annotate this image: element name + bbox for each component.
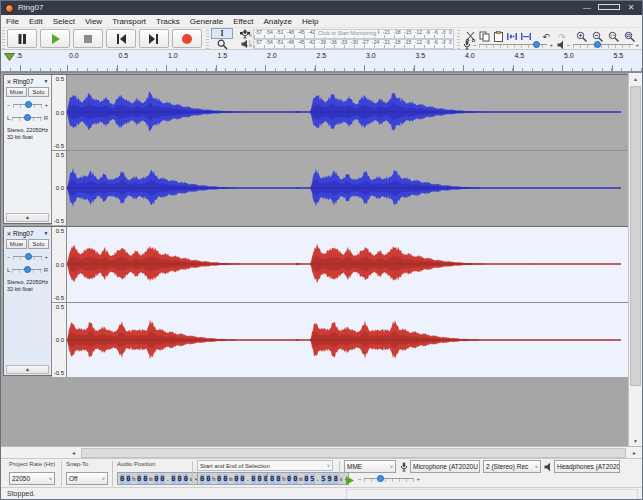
selection-end-field[interactable]: 00h00m05.598s▾ (267, 472, 349, 485)
waveform-display[interactable] (67, 303, 629, 377)
track-2-control-panel[interactable]: ✕ Ring07 ▼ Mute Solo − + L R (4, 227, 52, 375)
vertical-scroll-thumb[interactable] (630, 86, 641, 386)
maximize-button[interactable] (598, 1, 620, 15)
record-volume-thumb[interactable] (533, 41, 540, 48)
chevron-down-icon: ˅ (47, 476, 52, 482)
track-1-control-panel[interactable]: ✕ Ring07 ▼ Mute Solo − + L R (4, 75, 52, 223)
track-menu-arrow-icon[interactable]: ▼ (42, 78, 50, 84)
solo-button[interactable]: Solo (28, 239, 49, 249)
toolbar-grip[interactable] (206, 29, 209, 49)
zoom-tool-button[interactable] (211, 39, 233, 50)
stop-button[interactable] (73, 29, 103, 48)
skip-to-end-button[interactable] (139, 29, 169, 48)
ruler-time-label: 2.0 (267, 52, 277, 59)
track-1-right-channel[interactable]: 0.50.0-0.5 (52, 150, 629, 225)
menu-generate[interactable]: Generate (185, 15, 228, 28)
menu-transport[interactable]: Transport (107, 15, 151, 28)
horizontal-scroll-thumb[interactable] (81, 448, 626, 458)
playback-meter[interactable]: LR -57-54-51-48-45-42-39-36-33-30-27-24-… (241, 39, 454, 49)
pan-thumb[interactable] (24, 114, 31, 121)
pause-button[interactable] (7, 29, 37, 48)
skip-to-start-icon (115, 33, 127, 45)
audio-host-select[interactable]: MME˅ (344, 460, 396, 473)
pan-slider[interactable]: L R (7, 264, 48, 275)
skip-to-start-button[interactable] (106, 29, 136, 48)
gain-slider[interactable]: − + (7, 99, 48, 110)
chevron-down-icon: ˅ (327, 463, 330, 469)
meter-right-label: R (249, 44, 252, 48)
menu-analyze[interactable]: Analyze (258, 15, 296, 28)
menu-view[interactable]: View (80, 15, 107, 28)
track-collapse-button[interactable]: ▴ (6, 365, 49, 374)
menu-edit[interactable]: Edit (24, 15, 48, 28)
toolbar-separator (192, 461, 193, 486)
vertical-ruler[interactable]: 0.50.0-0.5 (52, 227, 67, 302)
play-button[interactable] (40, 29, 70, 48)
playback-device-select[interactable]: Headphones (AT2020U˅ (554, 460, 620, 473)
solo-button[interactable]: Solo (28, 87, 49, 97)
close-button[interactable]: ✕ (620, 1, 642, 15)
pan-thumb[interactable] (24, 266, 31, 273)
timeline-ruler[interactable]: .5 0.00.51.01.52.02.53.03.54.04.55.05.5 (1, 50, 642, 72)
scroll-right-button[interactable]: ▸ (628, 447, 641, 459)
output-device-speaker-icon (544, 462, 552, 472)
play-at-speed-button[interactable] (345, 475, 355, 486)
track-menu-arrow-icon[interactable]: ▼ (42, 230, 50, 236)
track-collapse-button[interactable]: ▴ (6, 213, 49, 222)
scroll-up-button[interactable]: ▲ (629, 73, 642, 85)
project-rate-select[interactable]: 22050˅ (9, 472, 55, 485)
waveform-display[interactable] (67, 151, 629, 225)
monitoring-hint[interactable]: Click to Start Monitoring (316, 30, 378, 37)
selection-mode-select[interactable]: Start and End of Selection˅ (197, 460, 333, 471)
track-close-button[interactable]: ✕ (5, 230, 13, 237)
play-speed-slider[interactable]: − + (358, 474, 420, 483)
recording-meter-scale: -57-54-51-48-45-42-39-36-33-30-27-24-21-… (253, 29, 454, 39)
pinned-playhead-icon[interactable] (4, 53, 15, 61)
audio-position-field[interactable]: 00h00m00.000s▾ (117, 472, 199, 485)
track-2-left-channel[interactable]: 0.50.0-0.5 (52, 227, 629, 302)
track-info: Stereo, 22050Hz32-bit float (7, 127, 48, 140)
track-name[interactable]: Ring07 (13, 78, 42, 85)
snap-to-select[interactable]: Off˅ (66, 472, 108, 485)
scroll-left-button[interactable]: ◂ (67, 447, 80, 459)
vertical-ruler[interactable]: 0.50.0-0.5 (52, 151, 67, 225)
recording-device-select[interactable]: Microphone (AT2020U˅ (410, 460, 480, 473)
track-close-button[interactable]: ✕ (5, 78, 13, 85)
menu-file[interactable]: File (1, 15, 24, 28)
track-1-left-channel[interactable]: 0.50.0-0.5 (52, 75, 629, 150)
waveform-display[interactable] (67, 227, 629, 302)
playback-volume-thumb[interactable] (594, 41, 601, 48)
gain-thumb[interactable] (25, 253, 32, 260)
waveform-display[interactable] (67, 75, 629, 150)
vertical-scrollbar[interactable]: ▲ ▼ (628, 73, 642, 447)
mute-button[interactable]: Mute (6, 87, 27, 97)
track-name[interactable]: Ring07 (13, 230, 42, 237)
recording-meter[interactable]: LR -57-54-51-48-45-42-39-36-33-30-27-24-… (241, 29, 454, 39)
selection-tool-button[interactable]: I (211, 28, 233, 39)
recording-channels-select[interactable]: 2 (Stereo) Rec˅ (483, 460, 541, 473)
menu-tracks[interactable]: Tracks (151, 15, 185, 28)
horizontal-scrollbar[interactable]: ◂ ▸ (1, 446, 642, 459)
vertical-ruler[interactable]: 0.50.0-0.5 (52, 75, 67, 150)
toolbar-grip[interactable] (2, 29, 5, 49)
maximize-icon (598, 4, 620, 10)
play-speed-thumb[interactable] (377, 475, 384, 482)
menu-effect[interactable]: Effect (228, 15, 258, 28)
vertical-ruler[interactable]: 0.50.0-0.5 (52, 303, 67, 377)
pan-slider[interactable]: L R (7, 112, 48, 123)
track-2-right-channel[interactable]: 0.50.0-0.5 (52, 302, 629, 377)
gain-slider[interactable]: − + (7, 251, 48, 262)
minimize-button[interactable]: — (576, 1, 598, 15)
microphone-icon (241, 29, 249, 39)
toolbar-grip[interactable] (457, 29, 460, 49)
gain-thumb[interactable] (25, 101, 32, 108)
menu-help[interactable]: Help (297, 15, 323, 28)
slider-min-label: − (473, 42, 477, 48)
record-volume-slider[interactable]: − + (473, 40, 553, 49)
playback-volume-slider[interactable]: − + (567, 40, 639, 49)
record-button[interactable] (172, 29, 202, 48)
menu-select[interactable]: Select (48, 15, 80, 28)
chevron-down-icon: ˅ (478, 464, 480, 470)
mute-button[interactable]: Mute (6, 239, 27, 249)
audio-position-label: Audio Position (117, 461, 155, 467)
